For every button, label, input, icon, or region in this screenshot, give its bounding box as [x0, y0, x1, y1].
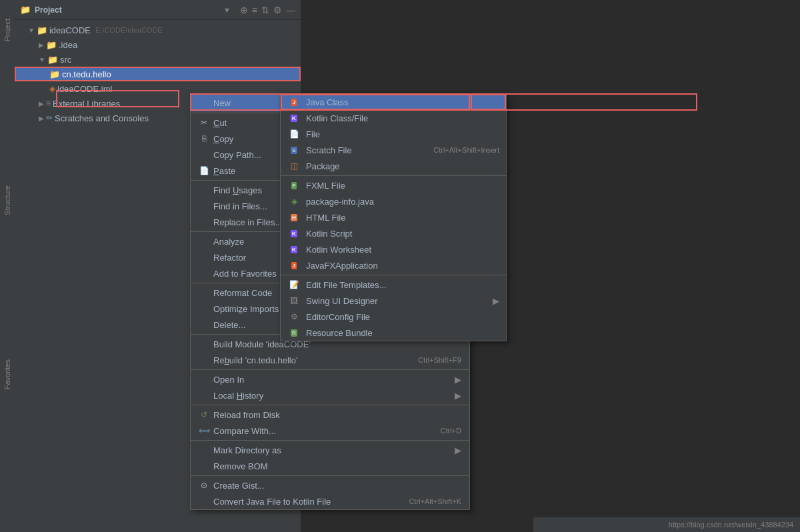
sub-swing-label: Swing UI Designer	[306, 296, 487, 306]
sub-file[interactable]: 📄 File	[281, 126, 506, 142]
rebuild-shortcut: Ctrl+Shift+F9	[418, 356, 461, 364]
ctx-remove-bom[interactable]: Remove BOM	[191, 458, 469, 474]
collapse-arrow-idea: ▶	[39, 41, 44, 49]
sub-pkg-info[interactable]: ◈ package-info.java	[281, 193, 506, 209]
sidebar-tab-structure[interactable]: Structure	[1, 180, 13, 221]
scratch-icon-tree: ✏	[46, 113, 53, 123]
sort-btn[interactable]: ⇅	[261, 5, 269, 15]
sub-sep1	[281, 175, 506, 176]
ctx-convert-java[interactable]: Convert Java File to Kotlin File Ctrl+Al…	[191, 493, 469, 509]
swing-icon: 🖼	[287, 295, 301, 306]
mark-dir-arrow: ▶	[455, 445, 461, 455]
tree-idea[interactable]: ▶ 📁 .idea	[15, 37, 301, 52]
settings-btn[interactable]: ⚙	[273, 5, 282, 15]
sub-kotlin-ws[interactable]: K Kotlin Worksheet	[281, 241, 506, 257]
sidebar-tab-project[interactable]: Project	[1, 13, 13, 47]
sub-html-label: HTML File	[306, 213, 499, 223]
new-submenu: J Java Class K Kotlin Class/File 📄 File …	[280, 93, 507, 341]
sub-resource-bundle[interactable]: R Resource Bundle	[281, 325, 506, 341]
ctx-remove-bom-label: Remove BOM	[213, 461, 461, 471]
sub-fxml[interactable]: F FXML File	[281, 177, 506, 193]
ctx-mark-dir[interactable]: Mark Directory as ▶	[191, 442, 469, 458]
dropdown-arrow[interactable]: ▼	[223, 6, 231, 14]
kotlin-class-icon: K	[287, 113, 301, 123]
idea-label: .idea	[59, 40, 77, 50]
sub-package-label: Package	[306, 161, 499, 171]
sub-kotlin-class[interactable]: K Kotlin Class/File	[281, 110, 506, 126]
fxml-icon: F	[287, 180, 301, 191]
sub-package[interactable]: ◫ Package	[281, 158, 506, 174]
package-folder-icon: 📁	[49, 69, 60, 79]
local-history-arrow: ▶	[455, 391, 461, 401]
sub-pkg-info-label: package-info.java	[306, 197, 499, 207]
package-icon: ◫	[287, 161, 301, 171]
convert-java-shortcut: Ctrl+Alt+Shift+K	[409, 497, 461, 505]
resource-bundle-icon: R	[287, 327, 301, 338]
ctx-open-in[interactable]: Open In ▶	[191, 371, 469, 387]
root-folder-icon: 📁	[37, 25, 47, 35]
tree-src[interactable]: ▼ 📁 src	[15, 52, 301, 67]
src-folder-icon: 📁	[47, 55, 58, 65]
ctx-convert-java-label: Convert Java File to Kotlin File	[213, 497, 405, 507]
ctx-compare[interactable]: ⟺ Compare With... Ctrl+D	[191, 423, 469, 439]
ctx-reload-label: Reload from Disk	[213, 410, 461, 420]
edit-templates-icon: 📝	[287, 279, 301, 290]
ctx-rebuild[interactable]: Rebuild 'cn.tedu.hello' Ctrl+Shift+F9	[191, 352, 469, 368]
scratch-file-icon: S	[287, 145, 301, 155]
sub-javafx-label: JavaFXApplication	[306, 261, 499, 271]
compare-shortcut: Ctrl+D	[441, 427, 461, 435]
sub-sep2	[281, 275, 506, 275]
ctx-create-gist[interactable]: ⊙ Create Gist...	[191, 477, 469, 493]
sub-kotlin-class-label: Kotlin Class/File	[306, 113, 499, 123]
file-icon: 📄	[287, 129, 301, 139]
swing-arrow: ▶	[493, 296, 499, 306]
sidebar-tab-favorites[interactable]: Favorites	[1, 354, 13, 395]
sub-html[interactable]: H HTML File	[281, 209, 506, 225]
tree-package-folder[interactable]: 📁 cn.tedu.hello	[15, 67, 301, 81]
ctx-mark-dir-label: Mark Directory as	[213, 445, 451, 455]
ext-icon: ≡	[46, 99, 51, 108]
project-icon: 📁	[20, 5, 31, 15]
ctx-open-in-label: Open In	[213, 375, 451, 385]
sub-javafx[interactable]: J JavaFXApplication	[281, 257, 506, 273]
src-label: src	[60, 55, 71, 65]
scratch-shortcut: Ctrl+Alt+Shift+Insert	[433, 146, 499, 154]
collapse-btn[interactable]: ≡	[252, 5, 257, 15]
github-icon: ⊙	[199, 481, 209, 490]
sub-scratch[interactable]: S Scratch File Ctrl+Alt+Shift+Insert	[281, 142, 506, 158]
src-arrow: ▼	[39, 56, 45, 63]
reload-icon: ↺	[199, 410, 209, 419]
status-url: https://blog.csdn.net/weixin_43884234	[669, 521, 793, 529]
tree-root[interactable]: ▼ 📁 ideaCODE E:\CODE\ideaCODE	[15, 23, 301, 37]
open-in-arrow: ▶	[455, 375, 461, 385]
ctx-reload[interactable]: ↺ Reload from Disk	[191, 407, 469, 423]
root-label: ideaCODE	[49, 25, 91, 35]
sub-kotlin-script-label: Kotlin Script	[306, 229, 499, 239]
sub-kotlin-ws-label: Kotlin Worksheet	[306, 245, 499, 255]
sub-editor-config[interactable]: ⚙ EditorConfig File	[281, 309, 506, 325]
sep8	[191, 440, 469, 441]
java-class-icon: J	[287, 97, 301, 107]
package-label: cn.tedu.hello	[62, 69, 111, 79]
expand-arrow: ▼	[28, 27, 35, 34]
sidebar-tabs: Project Structure Favorites	[0, 0, 15, 532]
sub-kotlin-script[interactable]: K Kotlin Script	[281, 225, 506, 241]
kotlin-ws-icon: K	[287, 244, 301, 255]
sub-editor-config-label: EditorConfig File	[306, 312, 499, 322]
ext-label: External Libraries	[53, 99, 120, 109]
idea-folder-icon: 📁	[46, 40, 57, 50]
sub-java-class-label: Java Class	[306, 97, 499, 107]
panel-title: Project	[35, 5, 219, 15]
kotlin-script-icon: K	[287, 228, 301, 239]
ctx-local-history[interactable]: Local History ▶	[191, 387, 469, 403]
sub-java-class[interactable]: J Java Class	[281, 94, 506, 110]
ext-arrow: ▶	[39, 100, 44, 107]
copy-icon: ⎘	[199, 134, 209, 143]
sub-swing[interactable]: 🖼 Swing UI Designer ▶	[281, 293, 506, 309]
close-btn[interactable]: —	[286, 5, 295, 15]
panel-header: 📁 Project ▼ ⊕ ≡ ⇅ ⚙ —	[15, 0, 301, 20]
sub-resource-bundle-label: Resource Bundle	[306, 328, 499, 338]
sub-edit-templates[interactable]: 📝 Edit File Templates...	[281, 277, 506, 293]
locate-btn[interactable]: ⊕	[240, 5, 248, 15]
editor-config-icon: ⚙	[287, 311, 301, 322]
